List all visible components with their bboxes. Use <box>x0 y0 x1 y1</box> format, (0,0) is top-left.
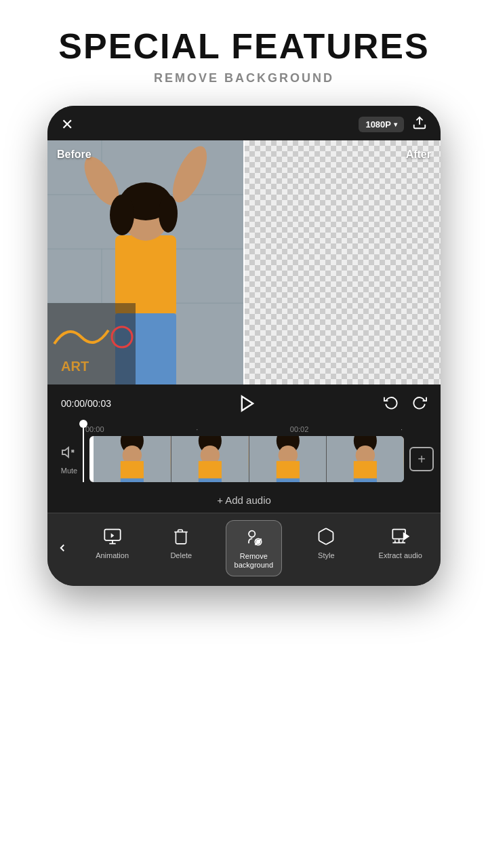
extract-audio-icon <box>390 526 411 547</box>
svg-marker-30 <box>62 448 68 457</box>
undo-button[interactable] <box>384 395 399 413</box>
svg-point-14 <box>159 195 178 233</box>
svg-text:ART: ART <box>61 359 89 374</box>
after-label: After <box>406 149 431 161</box>
redo-button[interactable] <box>412 395 427 413</box>
toolbar-scroll: Animation Delete <box>47 520 441 576</box>
extract-audio-label: Extract audio <box>379 551 422 560</box>
animation-label: Animation <box>96 551 129 560</box>
svg-point-13 <box>110 195 134 235</box>
after-half: After <box>244 140 441 384</box>
play-button[interactable] <box>235 391 260 416</box>
marker-2: 00:02 <box>290 425 309 433</box>
preview-divider <box>243 140 245 384</box>
filmstrip <box>89 436 404 482</box>
mute-label: Mute <box>61 467 77 475</box>
timeline-area: 00:00 · 00:02 · Mute <box>47 422 441 488</box>
close-button[interactable]: ✕ <box>61 116 73 134</box>
add-audio-row[interactable]: + Add audio <box>47 488 441 513</box>
time-display: 00:00/00:03 <box>61 398 111 409</box>
svg-marker-29 <box>242 397 253 411</box>
upload-button[interactable] <box>412 115 427 134</box>
svg-rect-46 <box>276 461 299 480</box>
remove-background-label: Removebackground <box>235 552 274 570</box>
svg-rect-37 <box>121 479 144 483</box>
add-clip-button[interactable]: + <box>409 447 434 471</box>
phone-topbar: ✕ 1080P <box>47 106 441 140</box>
phone-mockup: ✕ 1080P Before <box>0 106 488 585</box>
before-label: Before <box>57 149 92 161</box>
filmstrip-frame-2 <box>171 436 249 482</box>
delete-label: Delete <box>170 551 192 560</box>
svg-rect-52 <box>354 479 377 483</box>
svg-marker-62 <box>403 534 408 540</box>
delete-icon <box>170 526 192 547</box>
playhead[interactable] <box>83 422 84 482</box>
style-icon <box>315 526 337 547</box>
add-audio-label: + Add audio <box>217 494 271 506</box>
before-half: Before <box>47 140 244 384</box>
svg-rect-47 <box>276 479 299 483</box>
svg-rect-42 <box>199 479 222 483</box>
page-subtitle: REMOVE BACKGROUND <box>14 71 474 85</box>
svg-rect-41 <box>199 461 222 480</box>
bottom-toolbar: Animation Delete <box>47 513 441 585</box>
marker-dot-1: · <box>196 425 198 433</box>
preview-area: Before <box>47 140 441 384</box>
mute-icon <box>61 444 77 464</box>
remove-bg-icon <box>243 526 264 548</box>
marker-dot-2: · <box>401 425 403 433</box>
filmstrip-frame-4 <box>327 436 404 482</box>
page-title: SPECIAL FEATURES <box>14 27 474 66</box>
svg-rect-36 <box>121 461 144 480</box>
svg-rect-51 <box>354 461 377 480</box>
toolbar-item-remove-background[interactable]: Removebackground <box>226 520 283 576</box>
filmstrip-frame-1 <box>94 436 171 482</box>
svg-marker-56 <box>110 534 114 538</box>
toolbar-item-animation[interactable]: Animation <box>87 520 137 576</box>
playback-controls <box>384 395 427 413</box>
filmstrip-frame-3 <box>249 436 327 482</box>
mute-button[interactable]: Mute <box>54 444 84 475</box>
before-image: ART <box>47 140 244 384</box>
animation-icon <box>102 526 123 547</box>
timeline-strip: Mute <box>47 436 441 482</box>
toolbar-item-delete[interactable]: Delete <box>157 520 205 576</box>
style-label: Style <box>318 551 334 560</box>
toolbar-item-extract-audio[interactable]: Extract audio <box>371 520 430 576</box>
toolbar-item-style[interactable]: Style <box>302 520 350 576</box>
phone-body: ✕ 1080P Before <box>47 106 441 585</box>
controls-row: 00:00/00:03 <box>47 384 441 422</box>
toolbar-items: Animation Delete <box>77 520 441 576</box>
timeline-markers: 00:00 · 00:02 · <box>47 422 441 436</box>
resolution-badge[interactable]: 1080P <box>359 117 404 132</box>
page-header: SPECIAL FEATURES REMOVE BACKGROUND <box>0 0 488 99</box>
checkerboard-bg <box>244 140 441 384</box>
toolbar-back-button[interactable] <box>47 528 77 568</box>
svg-point-57 <box>249 531 255 537</box>
marker-0: 00:00 <box>85 425 104 433</box>
topbar-right: 1080P <box>359 115 427 134</box>
